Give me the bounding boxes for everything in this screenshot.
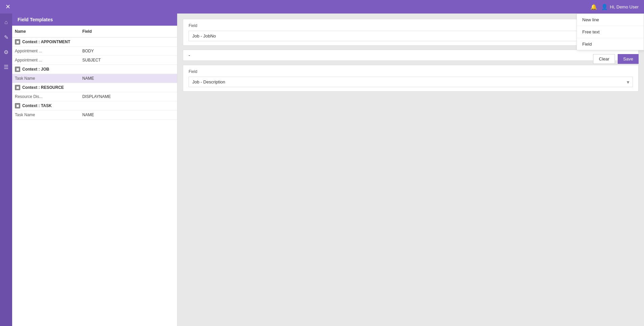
table-row[interactable]: Task Name NAME xyxy=(12,74,177,83)
separator-block: - xyxy=(183,50,639,61)
user-info: 👤 Hi, Demo User xyxy=(601,4,639,10)
context-job: ▣ Context : JOB xyxy=(12,65,177,74)
field-select-2[interactable]: Job - JobNo Job - Description Job - Name xyxy=(189,77,633,87)
row-cell-field: NAME xyxy=(80,74,177,83)
context-resource-label: Context : RESOURCE xyxy=(22,85,64,90)
bell-icon[interactable]: 🔔 xyxy=(590,4,597,10)
app-container: ⌂ ✎ ⚙ ☰ Field Templates Name Field ▣ Con… xyxy=(0,14,644,326)
col-name-header: Name xyxy=(12,28,80,35)
user-icon: 👤 xyxy=(601,4,608,10)
save-button[interactable]: Save xyxy=(618,54,639,64)
field-select-1[interactable]: Job - JobNo Job - Description Job - Name xyxy=(189,31,633,41)
row-cell-name: Appointment ... xyxy=(12,56,80,65)
row-cell-name: Task Name xyxy=(12,74,80,83)
row-cell-field: NAME xyxy=(80,110,177,119)
row-cell-name: Resource Dis... xyxy=(12,92,80,101)
field-label-1: Field xyxy=(189,23,633,28)
row-cell-name: Task Name xyxy=(12,110,80,119)
context-appointment-icon: ▣ xyxy=(15,39,20,45)
context-resource: ▣ Context : RESOURCE xyxy=(12,83,177,92)
user-greeting: Hi, Demo User xyxy=(610,4,639,9)
table-row[interactable]: Task Name NAME xyxy=(12,110,177,120)
table-row[interactable]: Appointment ... SUBJECT xyxy=(12,56,177,65)
row-cell-name: Appointment ... xyxy=(12,47,80,55)
icon-sidebar: ⌂ ✎ ⚙ ☰ xyxy=(0,14,12,326)
right-area: New line Free text Field Clear Save Fiel… xyxy=(177,14,644,326)
topbar-left: ✕ xyxy=(5,3,10,10)
context-appointment-label: Context : APPOINTMENT xyxy=(22,40,70,44)
table-row[interactable]: Appointment ... BODY xyxy=(12,47,177,56)
close-icon[interactable]: ✕ xyxy=(5,3,10,10)
field-select-wrapper-2: Job - JobNo Job - Description Job - Name… xyxy=(189,77,633,87)
topbar-right: 🔔 👤 Hi, Demo User xyxy=(590,4,639,10)
field-select-wrapper-1: Job - JobNo Job - Description Job - Name… xyxy=(189,31,633,41)
home-icon[interactable]: ⌂ xyxy=(1,18,11,27)
new-line-item[interactable]: New line xyxy=(577,14,644,26)
row-cell-field: SUBJECT xyxy=(80,56,177,65)
table-header: Name Field xyxy=(12,26,177,37)
clear-button[interactable]: Clear xyxy=(593,54,615,64)
row-cell-field: DISPLAYNAME xyxy=(80,92,177,101)
field-item[interactable]: Field xyxy=(577,38,644,50)
context-job-icon: ▣ xyxy=(15,67,20,72)
context-job-label: Context : JOB xyxy=(22,67,49,72)
tools-icon[interactable]: ✎ xyxy=(1,32,11,42)
field-block-2: Field Job - JobNo Job - Description Job … xyxy=(183,65,639,92)
settings-icon[interactable]: ⚙ xyxy=(1,47,11,57)
free-text-item[interactable]: Free text xyxy=(577,26,644,38)
context-task-icon: ▣ xyxy=(15,103,20,108)
table-row[interactable]: Resource Dis... DISPLAYNAME xyxy=(12,92,177,101)
table-body: ▣ Context : APPOINTMENT Appointment ... … xyxy=(12,37,177,326)
context-task: ▣ Context : TASK xyxy=(12,101,177,110)
separator-text: - xyxy=(189,53,190,58)
left-panel: Field Templates Name Field ▣ Context : A… xyxy=(12,14,177,326)
dropdown-menu: New line Free text Field xyxy=(577,14,644,50)
action-buttons: Clear Save xyxy=(593,54,639,64)
context-task-label: Context : TASK xyxy=(22,103,52,108)
context-resource-icon: ▣ xyxy=(15,85,20,90)
context-appointment: ▣ Context : APPOINTMENT xyxy=(12,37,177,47)
main-content: Field Job - JobNo Job - Description Job … xyxy=(177,14,644,326)
col-field-header: Field xyxy=(80,28,177,35)
panel-title: Field Templates xyxy=(12,14,177,26)
topbar: ✕ 🔔 👤 Hi, Demo User xyxy=(0,0,644,14)
field-block-1: Field Job - JobNo Job - Description Job … xyxy=(183,19,639,46)
field-label-2: Field xyxy=(189,69,633,74)
row-cell-field: BODY xyxy=(80,47,177,55)
menu-icon[interactable]: ☰ xyxy=(1,62,11,72)
